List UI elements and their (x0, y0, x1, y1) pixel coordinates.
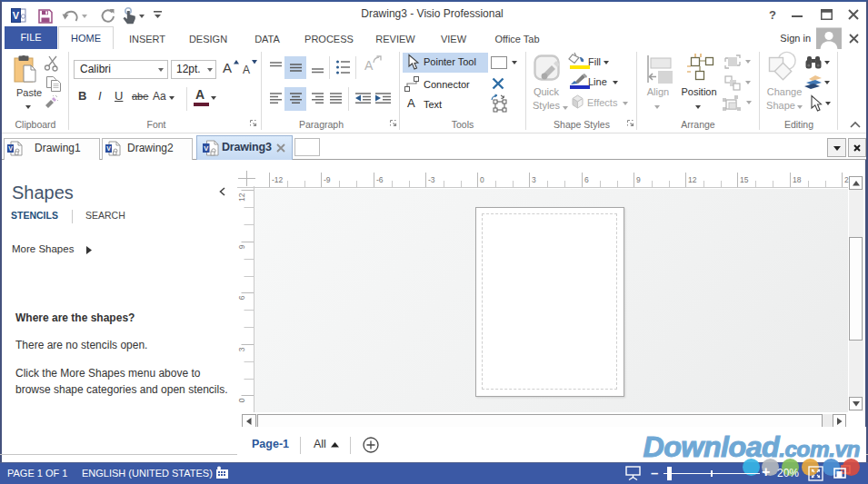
svg-text:9: 9 (636, 175, 641, 184)
svg-text:0: 0 (480, 175, 484, 184)
svg-text:V: V (204, 144, 208, 153)
svg-text:V: V (106, 145, 111, 152)
svg-text:12: 12 (237, 193, 246, 202)
svg-text:V: V (13, 10, 20, 21)
svg-text:-12: -12 (272, 175, 284, 184)
svg-text:3: 3 (237, 347, 246, 351)
svg-text:-9: -9 (324, 175, 331, 184)
svg-text:-6: -6 (376, 175, 384, 184)
svg-text:12: 12 (688, 175, 697, 184)
svg-text:3: 3 (532, 175, 536, 184)
svg-text:-3: -3 (428, 175, 435, 184)
svg-text:V: V (8, 145, 13, 152)
svg-text:6: 6 (584, 175, 589, 184)
svg-text:18: 18 (793, 175, 802, 184)
svg-text:6: 6 (237, 295, 246, 300)
svg-text:0: 0 (237, 398, 246, 402)
svg-text:9: 9 (237, 244, 246, 249)
svg-text:15: 15 (740, 175, 749, 184)
